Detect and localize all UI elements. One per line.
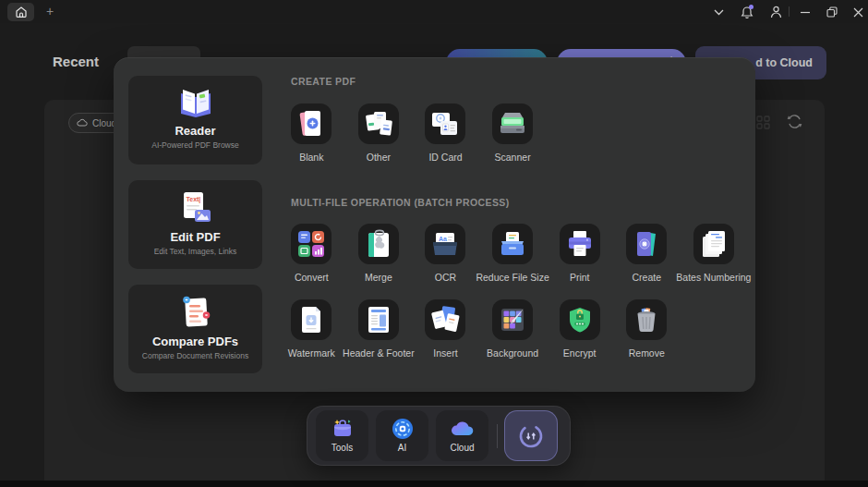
- item-encrypt-label: Encrypt: [563, 347, 597, 359]
- svg-text:Text|: Text|: [186, 196, 200, 203]
- print-icon: [566, 229, 594, 259]
- dock-tools-button[interactable]: Tools: [316, 410, 368, 461]
- item-bates-numbering[interactable]: Bates Numbering: [681, 224, 748, 283]
- other-icon: [364, 109, 393, 139]
- item-print-label: Print: [570, 272, 590, 283]
- watermark-icon: [298, 305, 324, 335]
- dock-ai-label: AI: [398, 443, 406, 453]
- plus-icon: +: [46, 4, 54, 18]
- create-pdf-row: Blank Other: [278, 103, 546, 163]
- item-id-card-label: ID Card: [428, 152, 462, 163]
- merge-icon: [366, 229, 392, 259]
- restore-icon[interactable]: [825, 5, 839, 19]
- blank-icon: [297, 109, 325, 139]
- batch-row-1: Convert Merge Aa: [278, 224, 747, 283]
- item-blank[interactable]: Blank: [278, 103, 345, 163]
- item-bates-numbering-label: Bates Numbering: [676, 272, 751, 283]
- create-pdf-section-header: CREATE PDF: [291, 76, 356, 87]
- compare-pdfs-icon: [177, 295, 214, 330]
- item-background[interactable]: Background: [479, 299, 547, 359]
- card-reader-title: Reader: [175, 124, 215, 138]
- bottom-dock: Tools AI Cloud: [307, 406, 571, 466]
- card-reader-subtitle: AI-Powered PDF Browse: [151, 140, 238, 150]
- sync-icon: [517, 422, 545, 450]
- titlebar: +: [0, 0, 868, 23]
- card-edit-pdf[interactable]: Text| Edit PDF Edit Text, Images, Links: [128, 180, 262, 269]
- account-icon[interactable]: [768, 5, 783, 19]
- item-create-label: Create: [633, 272, 662, 283]
- chevron-down-icon[interactable]: [711, 5, 726, 19]
- item-encrypt[interactable]: Encrypt: [546, 299, 613, 359]
- edit-pdf-icon: Text|: [177, 190, 214, 225]
- item-reduce-file-size[interactable]: Reduce File Size: [479, 224, 547, 283]
- reader-icon: [176, 86, 215, 119]
- app-window: Recent Cloud d to Cloud: [0, 0, 868, 487]
- batch-row-2: Watermark Header & Footer: [278, 299, 681, 359]
- close-icon[interactable]: [850, 5, 865, 19]
- encrypt-icon: [567, 306, 593, 334]
- svg-text:Aa: Aa: [439, 236, 447, 242]
- item-merge[interactable]: Merge: [345, 224, 413, 283]
- item-watermark-label: Watermark: [288, 347, 335, 359]
- card-compare-pdfs-subtitle: Compare Document Revisions: [142, 351, 248, 360]
- item-id-card[interactable]: ID Card: [412, 103, 479, 163]
- item-blank-label: Blank: [299, 152, 323, 163]
- dock-sync-toggle-button[interactable]: [504, 410, 558, 461]
- header-footer-icon: [365, 305, 392, 335]
- home-icon: [15, 6, 28, 18]
- item-insert[interactable]: Insert: [412, 299, 479, 359]
- item-header-footer-label: Header & Footer: [343, 347, 415, 359]
- item-ocr[interactable]: Aa OCR: [412, 224, 479, 283]
- create-icon: [633, 229, 660, 259]
- titlebar-divider: [789, 6, 790, 17]
- item-print[interactable]: Print: [546, 224, 613, 283]
- dock-divider: [497, 424, 498, 448]
- item-other[interactable]: Other: [345, 103, 413, 163]
- item-merge-label: Merge: [365, 272, 392, 283]
- item-convert-label: Convert: [295, 272, 329, 283]
- reduce-file-size-icon: [498, 230, 527, 258]
- batch-section-header: MULTI-FILE OPERATION (BATCH PROCESS): [291, 197, 510, 208]
- dock-cloud-button[interactable]: Cloud: [436, 410, 488, 461]
- card-edit-pdf-subtitle: Edit Text, Images, Links: [154, 247, 237, 256]
- item-background-label: Background: [487, 347, 538, 359]
- item-convert[interactable]: Convert: [278, 224, 345, 283]
- id-card-icon: [430, 110, 460, 138]
- item-scanner-label: Scanner: [495, 152, 531, 163]
- item-watermark[interactable]: Watermark: [278, 299, 345, 359]
- item-insert-label: Insert: [433, 347, 457, 359]
- item-create[interactable]: Create: [613, 224, 681, 283]
- insert-icon: [430, 305, 460, 335]
- cloud-icon: [450, 417, 476, 441]
- card-reader[interactable]: Reader AI-Powered PDF Browse: [128, 76, 262, 164]
- notification-dot: [749, 5, 753, 9]
- remove-icon: [633, 306, 659, 334]
- card-compare-pdfs-title: Compare PDFs: [152, 335, 238, 348]
- bottom-strip: [0, 481, 868, 487]
- bates-numbering-icon: [700, 229, 728, 259]
- ocr-icon: Aa: [430, 230, 460, 258]
- card-compare-pdfs[interactable]: Compare PDFs Compare Document Revisions: [128, 285, 262, 373]
- item-ocr-label: OCR: [435, 272, 456, 283]
- home-tab[interactable]: [7, 3, 34, 21]
- minimize-icon[interactable]: [798, 5, 813, 19]
- tools-icon: [331, 417, 355, 441]
- card-edit-pdf-title: Edit PDF: [170, 230, 220, 244]
- background-icon: [499, 306, 526, 334]
- new-tab-button[interactable]: +: [42, 4, 57, 18]
- item-header-footer[interactable]: Header & Footer: [345, 299, 413, 359]
- tools-flyout-modal: Reader AI-Powered PDF Browse Text| Edit …: [114, 57, 755, 392]
- dock-tools-label: Tools: [332, 443, 353, 453]
- dock-ai-button[interactable]: AI: [376, 410, 428, 461]
- item-scanner[interactable]: Scanner: [479, 103, 547, 163]
- item-remove[interactable]: Remove: [613, 299, 681, 359]
- convert-icon: [297, 230, 325, 258]
- dock-cloud-label: Cloud: [450, 443, 474, 453]
- scanner-icon: [498, 110, 527, 138]
- item-other-label: Other: [367, 152, 391, 163]
- item-remove-label: Remove: [629, 347, 665, 359]
- notifications-bell-icon[interactable]: [740, 5, 754, 19]
- item-reduce-file-size-label: Reduce File Size: [476, 272, 549, 283]
- ai-icon: [391, 417, 415, 441]
